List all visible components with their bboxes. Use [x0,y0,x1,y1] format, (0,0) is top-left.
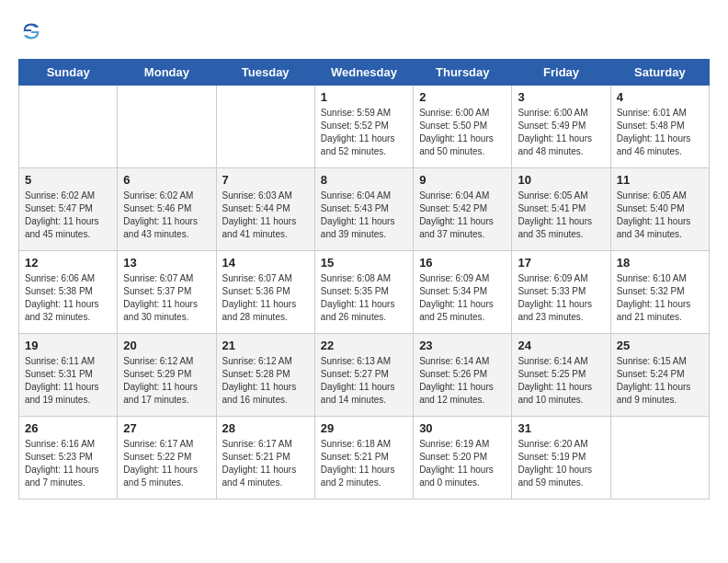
day-number: 2 [419,90,506,104]
day-info: Sunrise: 6:00 AM Sunset: 5:49 PM Dayligh… [518,107,604,158]
calendar-cell: 5Sunrise: 6:02 AM Sunset: 5:47 PM Daylig… [19,168,118,251]
calendar-header-thursday: Thursday [414,60,512,86]
day-number: 1 [321,90,407,104]
calendar-header-monday: Monday [118,60,216,86]
day-number: 5 [25,173,111,187]
day-info: Sunrise: 6:18 AM Sunset: 5:21 PM Dayligh… [321,438,407,489]
day-info: Sunrise: 6:14 AM Sunset: 5:25 PM Dayligh… [518,355,604,407]
calendar-row: 5Sunrise: 6:02 AM Sunset: 5:47 PM Daylig… [19,168,710,251]
day-info: Sunrise: 6:04 AM Sunset: 5:42 PM Dayligh… [419,190,506,241]
calendar-cell [19,86,118,168]
calendar-cell: 25Sunrise: 6:15 AM Sunset: 5:24 PM Dayli… [610,334,709,417]
calendar-cell: 7Sunrise: 6:03 AM Sunset: 5:44 PM Daylig… [216,168,314,251]
calendar-cell: 9Sunrise: 6:04 AM Sunset: 5:42 PM Daylig… [414,168,512,251]
day-number: 24 [518,339,604,352]
calendar-cell: 23Sunrise: 6:14 AM Sunset: 5:26 PM Dayli… [414,334,512,417]
day-info: Sunrise: 6:15 AM Sunset: 5:24 PM Dayligh… [617,355,703,407]
calendar-cell: 30Sunrise: 6:19 AM Sunset: 5:20 PM Dayli… [414,417,512,500]
day-number: 3 [518,90,604,104]
day-number: 13 [123,256,210,270]
day-number: 10 [518,173,604,187]
calendar-cell: 27Sunrise: 6:17 AM Sunset: 5:22 PM Dayli… [118,417,216,500]
day-number: 23 [419,339,506,352]
logo [18,18,48,44]
day-info: Sunrise: 6:16 AM Sunset: 5:23 PM Dayligh… [25,438,111,489]
day-info: Sunrise: 6:02 AM Sunset: 5:46 PM Dayligh… [123,190,210,241]
day-info: Sunrise: 6:13 AM Sunset: 5:27 PM Dayligh… [321,355,407,407]
day-info: Sunrise: 6:06 AM Sunset: 5:38 PM Dayligh… [25,272,111,324]
day-info: Sunrise: 6:12 AM Sunset: 5:28 PM Dayligh… [222,355,309,407]
day-info: Sunrise: 6:09 AM Sunset: 5:34 PM Dayligh… [419,272,506,324]
day-number: 16 [419,256,506,270]
calendar-cell: 21Sunrise: 6:12 AM Sunset: 5:28 PM Dayli… [216,334,314,417]
calendar-cell: 24Sunrise: 6:14 AM Sunset: 5:25 PM Dayli… [512,334,610,417]
day-info: Sunrise: 6:05 AM Sunset: 5:40 PM Dayligh… [617,190,703,241]
calendar-cell: 8Sunrise: 6:04 AM Sunset: 5:43 PM Daylig… [314,168,413,251]
day-number: 11 [617,173,703,187]
day-number: 31 [518,421,604,435]
day-number: 12 [25,256,111,270]
day-info: Sunrise: 6:00 AM Sunset: 5:50 PM Dayligh… [419,107,506,158]
calendar-cell: 10Sunrise: 6:05 AM Sunset: 5:41 PM Dayli… [512,168,610,251]
day-number: 25 [617,339,703,352]
calendar-cell: 11Sunrise: 6:05 AM Sunset: 5:40 PM Dayli… [610,168,709,251]
calendar-cell: 26Sunrise: 6:16 AM Sunset: 5:23 PM Dayli… [19,417,118,500]
day-info: Sunrise: 6:07 AM Sunset: 5:36 PM Dayligh… [222,272,309,324]
calendar-cell: 17Sunrise: 6:09 AM Sunset: 5:33 PM Dayli… [512,251,610,334]
calendar-cell [216,86,314,168]
calendar-header-row: SundayMondayTuesdayWednesdayThursdayFrid… [19,60,710,86]
day-info: Sunrise: 6:01 AM Sunset: 5:48 PM Dayligh… [617,107,703,158]
calendar-cell: 12Sunrise: 6:06 AM Sunset: 5:38 PM Dayli… [19,251,118,334]
day-number: 19 [25,339,111,352]
calendar-cell: 3Sunrise: 6:00 AM Sunset: 5:49 PM Daylig… [512,86,610,168]
calendar-cell: 16Sunrise: 6:09 AM Sunset: 5:34 PM Dayli… [414,251,512,334]
calendar-cell: 20Sunrise: 6:12 AM Sunset: 5:29 PM Dayli… [118,334,216,417]
day-number: 22 [321,339,407,352]
day-info: Sunrise: 6:11 AM Sunset: 5:31 PM Dayligh… [25,355,111,407]
day-number: 26 [25,421,111,435]
day-info: Sunrise: 6:04 AM Sunset: 5:43 PM Dayligh… [321,190,407,241]
day-number: 21 [222,339,309,352]
day-info: Sunrise: 6:10 AM Sunset: 5:32 PM Dayligh… [617,272,703,324]
calendar-cell [118,86,216,168]
calendar-cell: 4Sunrise: 6:01 AM Sunset: 5:48 PM Daylig… [610,86,709,168]
day-info: Sunrise: 6:05 AM Sunset: 5:41 PM Dayligh… [518,190,604,241]
calendar-table: SundayMondayTuesdayWednesdayThursdayFrid… [18,59,710,500]
day-number: 18 [617,256,703,270]
calendar-cell: 14Sunrise: 6:07 AM Sunset: 5:36 PM Dayli… [216,251,314,334]
day-number: 14 [222,256,309,270]
calendar-cell: 2Sunrise: 6:00 AM Sunset: 5:50 PM Daylig… [414,86,512,168]
day-info: Sunrise: 5:59 AM Sunset: 5:52 PM Dayligh… [321,107,407,158]
logo-icon [18,18,44,44]
day-info: Sunrise: 6:14 AM Sunset: 5:26 PM Dayligh… [419,355,506,407]
day-number: 15 [321,256,407,270]
calendar-cell: 15Sunrise: 6:08 AM Sunset: 5:35 PM Dayli… [314,251,413,334]
day-number: 9 [419,173,506,187]
calendar-row: 1Sunrise: 5:59 AM Sunset: 5:52 PM Daylig… [19,86,710,168]
day-number: 4 [617,90,703,104]
day-info: Sunrise: 6:19 AM Sunset: 5:20 PM Dayligh… [419,438,506,489]
day-number: 7 [222,173,309,187]
day-number: 17 [518,256,604,270]
calendar-cell: 18Sunrise: 6:10 AM Sunset: 5:32 PM Dayli… [610,251,709,334]
day-number: 6 [123,173,210,187]
day-info: Sunrise: 6:02 AM Sunset: 5:47 PM Dayligh… [25,190,111,241]
day-number: 28 [222,421,309,435]
day-info: Sunrise: 6:09 AM Sunset: 5:33 PM Dayligh… [518,272,604,324]
calendar-header-saturday: Saturday [610,60,709,86]
calendar-row: 19Sunrise: 6:11 AM Sunset: 5:31 PM Dayli… [19,334,710,417]
day-info: Sunrise: 6:20 AM Sunset: 5:19 PM Dayligh… [518,438,604,489]
calendar-header-friday: Friday [512,60,610,86]
calendar-header-tuesday: Tuesday [216,60,314,86]
calendar-cell: 6Sunrise: 6:02 AM Sunset: 5:46 PM Daylig… [118,168,216,251]
day-number: 8 [321,173,407,187]
day-number: 30 [419,421,506,435]
calendar-cell: 29Sunrise: 6:18 AM Sunset: 5:21 PM Dayli… [314,417,413,500]
calendar-header-sunday: Sunday [19,60,118,86]
day-info: Sunrise: 6:12 AM Sunset: 5:29 PM Dayligh… [123,355,210,407]
day-info: Sunrise: 6:07 AM Sunset: 5:37 PM Dayligh… [123,272,210,324]
calendar-header-wednesday: Wednesday [314,60,413,86]
day-number: 20 [123,339,210,352]
calendar-cell: 1Sunrise: 5:59 AM Sunset: 5:52 PM Daylig… [314,86,413,168]
day-number: 27 [123,421,210,435]
